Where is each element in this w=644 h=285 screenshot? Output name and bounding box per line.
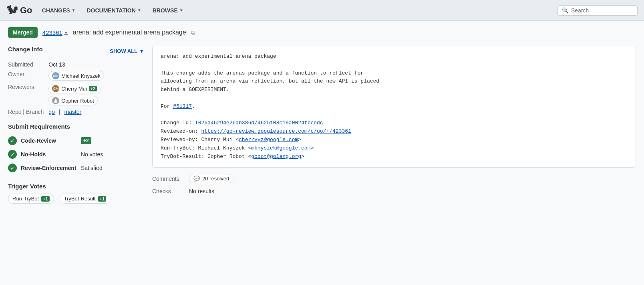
change-header: Merged 423361 ▼ arena: add experimental … — [8, 27, 636, 38]
checks-value: No results — [189, 188, 214, 194]
trigger-run-trybot[interactable]: Run-TryBot +1 — [8, 194, 54, 204]
change-number-text: 423361 — [42, 29, 62, 36]
comments-row: Comments 💬 20 resolved — [152, 174, 636, 183]
chevron-down-icon: ▼ — [72, 8, 76, 12]
owner-name: Michael Knyszek — [61, 73, 101, 79]
gopher-name: Gopher Robot — [61, 98, 94, 104]
cherry-vote: +2 — [89, 86, 97, 91]
check-icon: ✓ — [8, 150, 17, 159]
chevron-down-icon: ▼ — [137, 8, 141, 12]
change-info-header: Change Info SHOW ALL ▼ — [8, 46, 144, 57]
trigger-trybot-result[interactable]: TryBot-Result +1 — [60, 194, 111, 204]
mknyszek-email-link[interactable]: mknyszek@google.com — [251, 145, 310, 151]
req-review-enforcement-name: Review-Enforcement — [21, 165, 77, 171]
trybot-result-label: TryBot-Result — [64, 196, 96, 202]
gobot-email-link[interactable]: gobot@golang.org — [251, 154, 301, 160]
page-content: Merged 423361 ▼ arena: add experimental … — [0, 21, 644, 218]
chevron-down-icon: ▼ — [64, 30, 68, 35]
nav-item-browse[interactable]: BROWSE ▼ — [148, 4, 188, 17]
comments-label: Comments — [152, 176, 184, 182]
search-box[interactable]: 🔍 — [557, 5, 638, 16]
main-layout: Change Info SHOW ALL ▼ Submitted Oct 13 … — [8, 46, 636, 212]
metadata-section: Comments 💬 20 resolved Checks No results — [152, 174, 636, 194]
change-id-link[interactable]: I026d46294e26ab386d74625108c19a0024fbced… — [195, 120, 323, 126]
req-code-review-name: Code-Review — [21, 137, 77, 144]
req-item-review-enforcement: ✓ Review-Enforcement Satisfied — [8, 161, 144, 175]
run-trybot-vote: +1 — [41, 196, 50, 202]
check-icon: ✓ — [8, 164, 17, 172]
commit-title-line: arena: add experimental arena package — [161, 53, 276, 59]
chevron-down-icon: ▼ — [179, 8, 183, 12]
logo[interactable]: 🐿 Go — [6, 4, 32, 17]
show-all-button[interactable]: SHOW ALL ▼ — [110, 48, 144, 54]
svg-point-2 — [54, 99, 55, 100]
chevron-down-icon: ▼ — [139, 48, 144, 54]
issue-link[interactable]: #51317 — [173, 103, 192, 109]
merged-badge: Merged — [8, 27, 38, 38]
branch-link[interactable]: master — [64, 109, 81, 115]
go-mascot-icon: 🐿 — [6, 4, 18, 17]
nav-documentation-label: DOCUMENTATION — [87, 7, 135, 14]
change-number-link[interactable]: 423361 ▼ — [42, 29, 68, 36]
right-panel: arena: add experimental arena package Th… — [152, 46, 636, 194]
show-all-label: SHOW ALL — [110, 48, 137, 54]
submit-requirements: Submit Requirements ✓ Code-Review +2 ✓ N… — [8, 123, 144, 175]
reviewer-chip-cherry[interactable]: CM Cherry Mui +2 — [48, 84, 101, 93]
svg-rect-1 — [54, 101, 57, 103]
owner-avatar: MK — [52, 72, 59, 79]
nav-item-documentation[interactable]: DOCUMENTATION ▼ — [82, 4, 146, 17]
repo-link[interactable]: go — [48, 109, 55, 115]
commit-message-box: arena: add experimental arena package Th… — [152, 46, 636, 168]
search-input[interactable] — [571, 7, 633, 14]
change-info-title: Change Info — [8, 46, 43, 53]
comments-chip[interactable]: 💬 20 resolved — [189, 174, 233, 183]
cherry-name: Cherry Mui — [61, 86, 87, 92]
nav-item-changes[interactable]: CHANGES ▼ — [37, 4, 80, 17]
run-trybot-label: Run-TryBot — [12, 196, 39, 202]
separator: | — [59, 109, 60, 115]
trigger-votes-list: Run-TryBot +1 TryBot-Result +1 — [8, 194, 144, 204]
change-info-grid: Submitted Oct 13 Owner MK Michael Knysze… — [8, 61, 144, 115]
reviewers-label: Reviewers — [8, 84, 44, 105]
req-no-holds-value: No votes — [81, 151, 103, 158]
cherry-avatar: CM — [52, 85, 59, 92]
submitted-value: Oct 13 — [48, 61, 144, 68]
left-panel: Change Info SHOW ALL ▼ Submitted Oct 13 … — [8, 46, 144, 212]
repo-branch-value: go | master — [48, 109, 144, 115]
comments-chip-icon: 💬 — [193, 176, 200, 182]
nav-browse-label: BROWSE — [153, 7, 178, 14]
gopher-avatar — [52, 97, 59, 104]
trigger-votes-title: Trigger Votes — [8, 183, 144, 190]
check-icon: ✓ — [8, 136, 17, 145]
checks-row: Checks No results — [152, 188, 636, 194]
reviewer-chip-gopher[interactable]: Gopher Robot — [48, 96, 98, 105]
svg-point-3 — [56, 99, 57, 100]
change-title: arena: add experimental arena package — [73, 29, 186, 36]
copy-icon[interactable]: ⧉ — [191, 29, 195, 36]
svg-point-0 — [54, 99, 57, 101]
owner-chip[interactable]: MK Michael Knyszek — [48, 71, 104, 81]
req-review-enforcement-value: Satisfied — [81, 165, 103, 171]
nav-changes-label: CHANGES — [42, 7, 70, 14]
reviewed-on-link[interactable]: https://go-review.googlesource.com/c/go/… — [201, 128, 351, 134]
owner-value: MK Michael Knyszek — [48, 71, 144, 81]
req-code-review-vote: +2 — [81, 137, 91, 144]
trybot-result-vote: +1 — [98, 196, 107, 202]
checks-label: Checks — [152, 188, 184, 194]
owner-label: Owner — [8, 71, 44, 81]
submitted-label: Submitted — [8, 61, 44, 68]
req-no-holds-name: No-Holds — [21, 151, 77, 158]
trigger-votes: Trigger Votes Run-TryBot +1 TryBot-Resul… — [8, 183, 144, 204]
submit-reqs-title: Submit Requirements — [8, 123, 144, 130]
repo-branch-label: Repo | Branch — [8, 109, 44, 115]
comments-count: 20 resolved — [202, 176, 229, 182]
search-icon: 🔍 — [562, 7, 569, 14]
cherry-email-link[interactable]: cherryyz@google.com — [239, 137, 298, 143]
req-item-code-review: ✓ Code-Review +2 — [8, 134, 144, 148]
top-navigation: 🐿 Go CHANGES ▼ DOCUMENTATION ▼ BROWSE ▼ … — [0, 0, 644, 21]
req-item-no-holds: ✓ No-Holds No votes — [8, 148, 144, 161]
logo-text: Go — [20, 5, 32, 16]
reviewers-value: CM Cherry Mui +2 G — [48, 84, 144, 105]
